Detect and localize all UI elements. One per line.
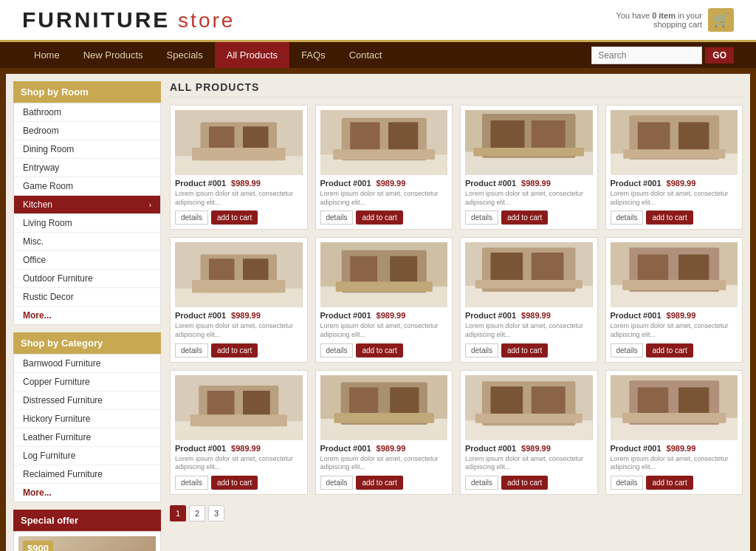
page-button-3[interactable]: 3 xyxy=(208,505,224,521)
sidebar-item-rustic[interactable]: Rustic Decor xyxy=(14,288,160,307)
sidebar-item-more-rooms[interactable]: More... xyxy=(14,307,160,324)
product-card-8: Product #001 $989.99 Lorem ipsum dolor s… xyxy=(605,237,743,362)
svg-rect-77 xyxy=(622,413,726,423)
product-price-4: $989.99 xyxy=(667,179,696,188)
nav-all-products[interactable]: All Products xyxy=(215,42,289,68)
sidebar-item-leather[interactable]: Leather Furniture xyxy=(14,428,160,447)
product-name-3: Product #001 xyxy=(465,179,516,188)
sidebar-item-dining-room[interactable]: Dining Room xyxy=(14,140,160,159)
add-to-cart-button-6[interactable]: add to cart xyxy=(356,343,402,357)
details-button-12[interactable]: details xyxy=(611,476,644,490)
product-desc-12: Lorem ipsum dolor sit amet, consectetur … xyxy=(611,455,738,472)
product-card-5: Product #001 $989.99 Lorem ipsum dolor s… xyxy=(170,237,308,362)
add-to-cart-button-7[interactable]: add to cart xyxy=(501,343,548,357)
sidebar-item-kitchen[interactable]: Kitchen › xyxy=(14,196,160,214)
product-card-7: Product #001 $989.99 Lorem ipsum dolor s… xyxy=(460,237,598,362)
products-grid: Product #001 $989.99 Lorem ipsum dolor s… xyxy=(170,105,743,495)
nav-specials[interactable]: Specials xyxy=(155,42,215,68)
product-name-11: Product #001 xyxy=(465,444,516,453)
sidebar-item-hickory[interactable]: Hickory Furniture xyxy=(14,410,160,428)
add-to-cart-button-3[interactable]: add to cart xyxy=(501,211,548,225)
cart-icon[interactable]: 🛒 xyxy=(708,8,734,32)
product-name-8: Product #001 xyxy=(611,311,662,320)
sidebar-item-more-categories[interactable]: More... xyxy=(14,484,160,502)
product-card-4: Product #001 $989.99 Lorem ipsum dolor s… xyxy=(605,105,743,230)
details-button-11[interactable]: details xyxy=(465,476,498,490)
svg-rect-65 xyxy=(334,413,434,423)
product-image-9 xyxy=(175,375,303,440)
sidebar-item-misc[interactable]: Misc. xyxy=(14,233,160,251)
product-card-6: Product #001 $989.99 Lorem ipsum dolor s… xyxy=(315,237,453,362)
add-to-cart-button-5[interactable]: add to cart xyxy=(211,343,258,357)
search-input[interactable] xyxy=(591,47,702,64)
add-to-cart-button-8[interactable]: add to cart xyxy=(646,343,693,357)
product-image-8 xyxy=(611,242,738,307)
details-button-2[interactable]: details xyxy=(320,211,354,225)
svg-rect-71 xyxy=(475,414,583,423)
details-button-9[interactable]: details xyxy=(175,476,208,490)
page-button-1[interactable]: 1 xyxy=(170,505,186,521)
product-desc-4: Lorem ipsum dolor sit amet, consectetur … xyxy=(611,190,738,207)
svg-rect-47 xyxy=(475,280,583,289)
add-to-cart-button-1[interactable]: add to cart xyxy=(211,211,258,225)
add-to-cart-button-4[interactable]: add to cart xyxy=(646,211,693,225)
product-name-7: Product #001 xyxy=(465,311,516,320)
add-to-cart-button-2[interactable]: add to cart xyxy=(356,211,402,225)
product-card-11: Product #001 $989.99 Lorem ipsum dolor s… xyxy=(460,370,598,495)
product-card-10: Product #001 $989.99 Lorem ipsum dolor s… xyxy=(315,370,453,495)
sidebar-item-barnwood[interactable]: Barnwood Furniture xyxy=(14,355,160,373)
sidebar-item-bedroom[interactable]: Bedroom xyxy=(14,122,160,140)
details-button-4[interactable]: details xyxy=(611,211,644,225)
product-name-9: Product #001 xyxy=(175,444,226,453)
sidebar-item-game-room[interactable]: Game Room xyxy=(14,177,160,196)
details-button-8[interactable]: details xyxy=(611,343,644,357)
sofa-illustration xyxy=(54,548,120,551)
product-card-2: Product #001 $989.99 Lorem ipsum dolor s… xyxy=(315,105,453,230)
sidebar-item-reclaimed[interactable]: Reclaimed Furniture xyxy=(14,465,160,484)
product-card-3: Product #001 $989.99 Lorem ipsum dolor s… xyxy=(460,105,598,230)
product-image-3 xyxy=(465,110,593,175)
navigation: Home New Products Specials All Products … xyxy=(0,42,756,68)
sidebar-item-living-room[interactable]: Living Room xyxy=(14,214,160,233)
product-price-8: $989.99 xyxy=(667,311,696,320)
add-to-cart-button-10[interactable]: add to cart xyxy=(356,476,402,490)
sidebar-item-distressed[interactable]: Distressed Furniture xyxy=(14,391,160,410)
sidebar-item-outdoor[interactable]: Outdoor Furniture xyxy=(14,270,160,288)
product-image-5 xyxy=(175,242,303,307)
product-price-3: $989.99 xyxy=(521,179,551,188)
sidebar-item-copper[interactable]: Copper Furniture xyxy=(14,373,160,391)
svg-rect-35 xyxy=(192,280,286,292)
search-button[interactable]: GO xyxy=(705,47,734,64)
details-button-10[interactable]: details xyxy=(320,476,354,490)
product-price-10: $989.99 xyxy=(377,444,406,453)
product-name-2: Product #001 xyxy=(320,179,371,188)
product-name-5: Product #001 xyxy=(175,311,226,320)
page-button-2[interactable]: 2 xyxy=(189,505,205,521)
special-offer-title: Special offer xyxy=(13,510,161,531)
product-desc-11: Lorem ipsum dolor sit amet, consectetur … xyxy=(465,455,593,472)
product-price-11: $989.99 xyxy=(521,444,551,453)
shop-by-category: Shop by Category Barnwood Furniture Copp… xyxy=(13,332,161,502)
product-desc-9: Lorem ipsum dolor sit amet, consectetur … xyxy=(175,455,303,472)
nav-new-products[interactable]: New Products xyxy=(72,42,155,68)
product-price-12: $989.99 xyxy=(667,444,696,453)
sidebar-item-bathroom[interactable]: Bathroom xyxy=(14,103,160,122)
nav-home[interactable]: Home xyxy=(22,42,72,68)
details-button-1[interactable]: details xyxy=(175,211,208,225)
room-section-title: Shop by Room xyxy=(13,81,161,103)
nav-contact[interactable]: Contact xyxy=(337,42,394,68)
nav-faqs[interactable]: FAQs xyxy=(289,42,337,68)
sidebar-item-log[interactable]: Log Furniture xyxy=(14,447,160,465)
details-button-7[interactable]: details xyxy=(465,343,498,357)
add-to-cart-button-9[interactable]: add to cart xyxy=(211,476,258,490)
add-to-cart-button-12[interactable]: add to cart xyxy=(646,476,693,490)
details-button-3[interactable]: details xyxy=(465,211,498,225)
category-section-title: Shop by Category xyxy=(13,332,161,354)
sidebar-item-office[interactable]: Office xyxy=(14,251,160,270)
details-button-6[interactable]: details xyxy=(320,343,354,357)
add-to-cart-button-11[interactable]: add to cart xyxy=(501,476,548,490)
sidebar-item-entryway[interactable]: Entryway xyxy=(14,159,160,177)
details-button-5[interactable]: details xyxy=(175,343,208,357)
svg-rect-53 xyxy=(622,280,726,290)
product-card-9: Product #001 $989.99 Lorem ipsum dolor s… xyxy=(170,370,308,495)
